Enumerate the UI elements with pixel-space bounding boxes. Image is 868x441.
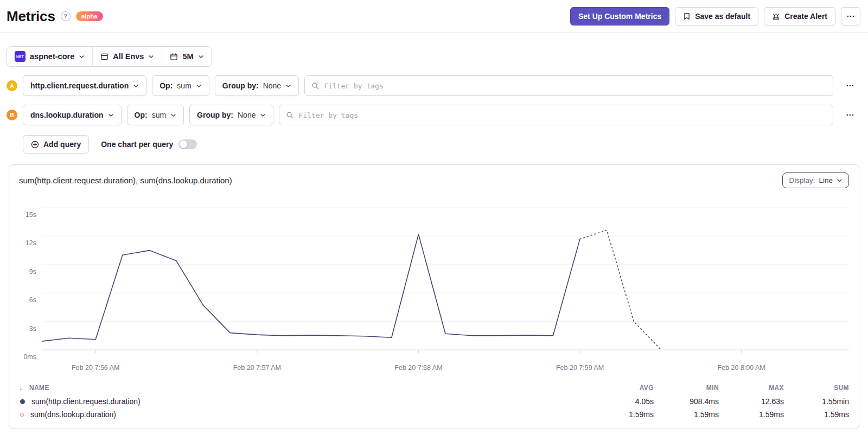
chart-canvas	[42, 198, 849, 362]
series-marker-icon	[20, 413, 24, 417]
series-min: 908.4ms	[654, 397, 719, 406]
environment-select[interactable]: All Envs	[93, 47, 162, 66]
column-header-max[interactable]: MAX	[719, 384, 784, 392]
series-name: sum(http.client.request.duration)	[31, 397, 141, 406]
query-badge: B	[7, 110, 17, 120]
chart-panel-header: sum(http.client.request.duration), sum(d…	[9, 165, 859, 190]
series-summary-table: ↓NAMEAVGMINMAXSUMsum(http.client.request…	[9, 378, 859, 429]
add-query-button[interactable]: Add query	[23, 135, 89, 154]
page-title: Metrics	[7, 8, 55, 25]
tag-filter-input[interactable]	[298, 105, 826, 125]
dotnet-platform-icon: NET	[15, 51, 25, 62]
y-axis: 0ms3s6s9s12s15s	[14, 198, 42, 378]
project-select[interactable]: NET aspnet-core	[7, 47, 93, 66]
chart-panel: sum(http.client.request.duration), sum(d…	[9, 164, 859, 429]
series-sum: 1.55min	[784, 397, 849, 406]
series-sum: 1.59ms	[784, 410, 849, 419]
chevron-down-icon	[260, 112, 266, 118]
metric-select[interactable]: http.client.request.duration	[23, 75, 146, 96]
ellipsis-icon	[846, 111, 854, 119]
x-axis-label: Feb 20 7:57 AM	[233, 364, 281, 372]
query-row: Bdns.lookup.durationOp:sumGroup by:None	[0, 105, 868, 125]
column-header-sum[interactable]: SUM	[784, 384, 849, 392]
environment-value: All Envs	[113, 52, 144, 61]
page-filter-bar: NET aspnet-core All Envs 5M	[7, 46, 212, 67]
query-row: Ahttp.client.request.durationOp:sumGroup…	[0, 75, 868, 96]
one-chart-per-query-control: One chart per query	[101, 139, 197, 149]
project-name: aspnet-core	[30, 52, 74, 61]
series-avg: 1.59ms	[589, 410, 654, 419]
title-group: Metrics ? alpha	[7, 8, 103, 25]
one-chart-per-query-toggle[interactable]	[178, 139, 197, 149]
tag-filter	[304, 75, 833, 96]
page-filters: NET aspnet-core All Envs 5M	[0, 33, 868, 67]
y-axis-label: 3s	[29, 325, 36, 333]
chevron-down-icon	[108, 112, 114, 118]
y-axis-label: 15s	[25, 211, 36, 219]
display-select[interactable]: Display: Line	[782, 172, 849, 188]
column-header-name[interactable]: NAME	[29, 384, 49, 392]
column-header-avg[interactable]: AVG	[589, 384, 654, 392]
chart-plot-area[interactable]: Feb 20 7:56 AMFeb 20 7:57 AMFeb 20 7:58 …	[42, 198, 849, 378]
toggle-knob	[180, 140, 187, 148]
top-bar: Metrics ? alpha Set Up Custom Metrics Sa…	[0, 0, 868, 33]
plus-circle-icon	[31, 140, 39, 149]
series-marker-icon	[20, 399, 25, 404]
y-axis-label: 6s	[29, 296, 36, 304]
group-by-select[interactable]: Group by:None	[215, 75, 299, 96]
group-by-select[interactable]: Group by:None	[189, 105, 273, 125]
ellipsis-icon	[846, 12, 855, 21]
create-alert-button[interactable]: Create Alert	[764, 7, 835, 25]
display-value: Line	[819, 176, 833, 184]
date-range-select[interactable]: 5M	[162, 47, 211, 66]
query-badge: A	[7, 80, 17, 91]
y-axis-label: 0ms	[23, 353, 36, 361]
chevron-down-icon	[170, 112, 176, 118]
table-row[interactable]: sum(http.client.request.duration)4.05s90…	[19, 395, 849, 408]
x-axis-label: Feb 20 7:56 AM	[72, 364, 119, 372]
sort-arrow-icon[interactable]: ↓	[19, 384, 23, 392]
save-as-default-button[interactable]: Save as default	[675, 7, 758, 25]
chevron-down-icon	[198, 54, 204, 60]
chevron-down-icon	[285, 83, 291, 89]
window-icon	[100, 53, 108, 61]
header-overflow-button[interactable]	[841, 7, 860, 25]
x-axis-label: Feb 20 7:59 AM	[556, 364, 604, 372]
one-chart-per-query-label: One chart per query	[101, 140, 173, 149]
x-axis: Feb 20 7:56 AMFeb 20 7:57 AMFeb 20 7:58 …	[42, 364, 849, 378]
series-min: 1.59ms	[654, 410, 719, 419]
bookmark-icon	[683, 12, 691, 20]
series-avg: 4.05s	[589, 397, 654, 406]
query-overflow-button[interactable]	[839, 81, 861, 90]
query-builder: Ahttp.client.request.durationOp:sumGroup…	[0, 75, 868, 125]
x-axis-label: Feb 20 7:58 AM	[394, 364, 442, 372]
table-row[interactable]: sum(dns.lookup.duration)1.59ms1.59ms1.59…	[19, 408, 849, 421]
query-toolbar: Add query One chart per query	[0, 125, 868, 154]
search-icon	[286, 111, 293, 119]
series-name: sum(dns.lookup.duration)	[30, 410, 116, 419]
set-up-custom-metrics-button[interactable]: Set Up Custom Metrics	[570, 7, 669, 25]
chart-title: sum(http.client.request.duration), sum(d…	[19, 176, 232, 185]
series-max: 12.63s	[719, 397, 784, 406]
calendar-icon	[170, 53, 178, 61]
query-overflow-button[interactable]	[839, 111, 861, 119]
tag-filter-input[interactable]	[324, 76, 826, 95]
op-select[interactable]: Op:sum	[127, 105, 184, 125]
y-axis-label: 12s	[25, 239, 36, 247]
metrics-page: Metrics ? alpha Set Up Custom Metrics Sa…	[0, 0, 868, 429]
op-select[interactable]: Op:sum	[152, 75, 209, 96]
date-range-value: 5M	[182, 52, 193, 61]
siren-icon	[772, 12, 780, 21]
header-actions: Set Up Custom Metrics Save as default Cr…	[570, 7, 860, 25]
display-label: Display:	[789, 176, 815, 184]
help-icon[interactable]: ?	[61, 11, 71, 21]
metric-select[interactable]: dns.lookup.duration	[23, 105, 122, 125]
tag-filter	[279, 105, 833, 125]
chevron-down-icon	[133, 83, 139, 89]
ellipsis-icon	[846, 81, 854, 90]
save-as-default-label: Save as default	[695, 12, 750, 21]
chevron-down-icon	[148, 54, 154, 60]
alpha-badge: alpha	[76, 11, 103, 21]
column-header-min[interactable]: MIN	[654, 384, 719, 392]
line-chart: 0ms3s6s9s12s15s Feb 20 7:56 AMFeb 20 7:5…	[9, 190, 859, 378]
